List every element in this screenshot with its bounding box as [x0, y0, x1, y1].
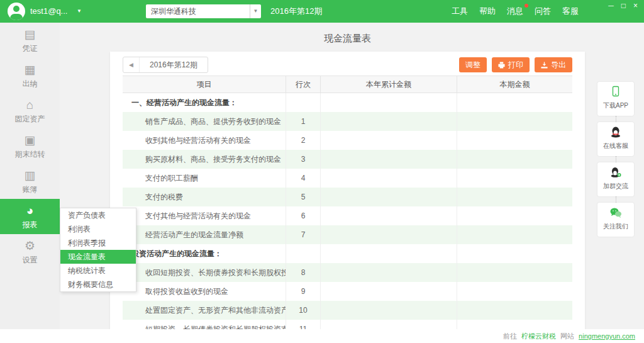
online-service-widget[interactable]: 在线客服	[597, 122, 634, 156]
table-row[interactable]: 支付的职工薪酬 4	[123, 169, 572, 188]
follow-us-widget[interactable]: 关注我们	[597, 203, 634, 237]
widget-label: 在线客服	[597, 142, 634, 150]
notification-badge	[525, 4, 528, 8]
table-row[interactable]: 经营活动产生的现金流量净额 7	[123, 225, 572, 244]
period-cell	[457, 225, 572, 244]
widget-separator	[616, 156, 616, 162]
item-cell: 销售产成品、商品、提供劳务收到的现金	[123, 112, 286, 131]
footer-prefix: 前往	[503, 332, 517, 340]
table-row[interactable]: 购买原材料、商品、接受劳务支付的现金 3	[123, 150, 572, 169]
print-button[interactable]: 打印	[492, 57, 530, 72]
company-select-value: 深圳华通科技	[146, 4, 261, 18]
line-cell: 4	[286, 169, 321, 188]
sidebar-item-fixed-assets[interactable]: ⌂ 固定资产	[0, 93, 60, 128]
user-menu-caret-icon[interactable]: ▼	[77, 0, 82, 23]
sidebar-item-reports[interactable]: ◕ 报表	[0, 199, 60, 234]
table-row[interactable]: 收回短期投资、长期债券投资和长期股权投资收到的现金 8	[123, 263, 572, 282]
export-button[interactable]: 导出	[535, 57, 572, 72]
table-row[interactable]: 销售产成品、商品、提供劳务收到的现金 1	[123, 112, 572, 131]
submenu-finance-summary[interactable]: 财务概要信息	[60, 278, 136, 291]
period-cell	[457, 150, 572, 169]
sidebar-item-label: 固定资产	[0, 114, 60, 125]
download-app-widget[interactable]: 下载APP	[597, 82, 634, 116]
sidebar: ▤ 凭证 ▦ 出纳 ⌂ 固定资产 ▣ 期末结转 ▥ 账簿 ◕ 报表 ⚙ 设置	[0, 23, 60, 329]
reports-icon: ◕	[0, 204, 60, 218]
menu-tools[interactable]: 工具	[452, 6, 468, 17]
wechat-icon	[609, 206, 622, 219]
menu-service[interactable]: 客服	[562, 6, 579, 17]
table-row[interactable]: 收到其他与经营活动有关的现金 2	[123, 131, 572, 150]
table-row[interactable]: 支付其他与经营活动有关的现金 6	[123, 206, 572, 225]
submenu-tax-statistics[interactable]: 纳税统计表	[60, 264, 136, 278]
period-cell	[457, 244, 572, 263]
table-row[interactable]: 处置固定资产、无形资产和其他非流动资产收回的现金净额 10	[123, 301, 572, 320]
widget-label: 关注我们	[597, 222, 634, 231]
sidebar-item-cashier[interactable]: ▦ 出纳	[0, 58, 60, 93]
minimize-button[interactable]: ─	[608, 1, 614, 10]
submenu-balance-sheet[interactable]: 资产负债表	[60, 208, 136, 222]
period-cell	[457, 112, 572, 131]
close-button[interactable]: ×	[633, 1, 638, 10]
print-button-label: 打印	[508, 60, 523, 70]
line-cell: 8	[286, 263, 321, 282]
footer-site-link[interactable]: ningmengyun.com	[579, 332, 635, 340]
period-cell	[457, 320, 572, 329]
report-toolbar: ◀ 2016年第12期 调整 打印 导出	[123, 57, 572, 73]
join-group-widget[interactable]: 加群交流	[597, 162, 634, 196]
maximize-button[interactable]: □	[621, 1, 626, 10]
table-row[interactable]: 取得投资收益收到的现金 9	[123, 282, 572, 301]
widget-separator	[616, 196, 616, 203]
submenu-income-statement-quarterly[interactable]: 利润表季报	[60, 236, 136, 250]
table-row[interactable]: 支付的税费 5	[123, 188, 572, 206]
sidebar-item-label: 凭证	[0, 43, 60, 54]
ytd-cell	[321, 93, 457, 112]
menu-qa[interactable]: 问答	[535, 6, 551, 17]
item-cell: 取得投资收益收到的现金	[123, 282, 286, 301]
sidebar-item-label: 期末结转	[0, 149, 60, 160]
action-buttons: 调整 打印 导出	[459, 57, 572, 72]
footer-brand-link[interactable]: 柠檬云财税	[521, 332, 556, 340]
side-widget-panel: 下载APP 在线客服 加群交流 关注我们	[597, 82, 634, 237]
menu-messages[interactable]: 消息	[507, 6, 523, 17]
item-cell: 支付的税费	[123, 188, 286, 206]
submenu-income-statement[interactable]: 利润表	[60, 222, 136, 236]
previous-period-button[interactable]: ◀	[123, 57, 140, 72]
customer-service-icon	[610, 126, 621, 138]
sidebar-item-period-closing[interactable]: ▣ 期末结转	[0, 128, 60, 164]
table-row[interactable]: 短期投资、长期债券投资和长期股权投资支付的现金 11	[123, 320, 572, 329]
username-label[interactable]: test1@q...	[30, 0, 67, 23]
line-cell: 3	[286, 150, 321, 169]
sidebar-item-account-books[interactable]: ▥ 账簿	[0, 164, 60, 199]
period-cell	[457, 263, 572, 282]
widget-label: 下载APP	[597, 101, 634, 110]
item-cell: 投资活动产生的现金流量：	[123, 244, 286, 263]
adjust-button-label: 调整	[465, 60, 480, 70]
submenu-cash-flow-statement[interactable]: 现金流量表	[60, 250, 136, 264]
menu-messages-label: 消息	[507, 6, 523, 16]
item-cell: 经营活动产生的现金流量净额	[123, 225, 286, 244]
adjust-button[interactable]: 调整	[459, 57, 487, 72]
period-cell	[457, 169, 572, 188]
period-cell	[457, 131, 572, 150]
current-period-label: 2016年第12期	[270, 0, 322, 23]
table-row[interactable]: 一、经营活动产生的现金流量：	[123, 93, 572, 112]
sidebar-item-settings[interactable]: ⚙ 设置	[0, 234, 60, 269]
menu-help[interactable]: 帮助	[479, 6, 496, 17]
user-avatar[interactable]	[8, 3, 25, 20]
company-select[interactable]: 深圳华通科技 ▼	[146, 4, 261, 18]
ytd-cell	[321, 112, 457, 131]
ytd-cell	[321, 225, 457, 244]
item-cell: 收到其他与经营活动有关的现金	[123, 131, 286, 150]
sidebar-item-label: 报表	[0, 220, 60, 230]
footer: 前往 柠檬云财税 网站 ningmengyun.com	[0, 329, 644, 343]
page-title: 现金流量表	[110, 33, 585, 45]
table-row[interactable]: 投资活动产生的现金流量：	[123, 244, 572, 263]
period-navigator: ◀ 2016年第12期	[123, 57, 208, 73]
line-cell: 10	[286, 301, 321, 320]
sidebar-item-voucher[interactable]: ▤ 凭证	[0, 23, 60, 58]
ytd-cell	[321, 131, 457, 150]
cashier-icon: ▦	[0, 63, 60, 77]
item-cell: 支付其他与经营活动有关的现金	[123, 206, 286, 225]
cash-flow-table: 项目 行次 本年累计金额 本期金额 一、经营活动产生的现金流量： 销售产成品、商…	[123, 76, 572, 329]
print-icon	[498, 62, 505, 69]
